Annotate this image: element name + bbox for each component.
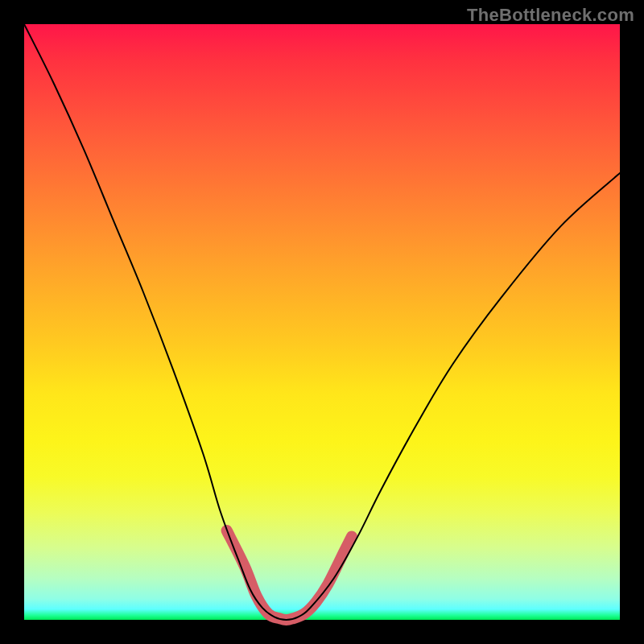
bottleneck-curve — [24, 24, 620, 620]
chart-svg — [0, 0, 644, 644]
chart-stage: TheBottleneck.com — [0, 0, 644, 644]
tolerance-highlight — [227, 530, 352, 620]
